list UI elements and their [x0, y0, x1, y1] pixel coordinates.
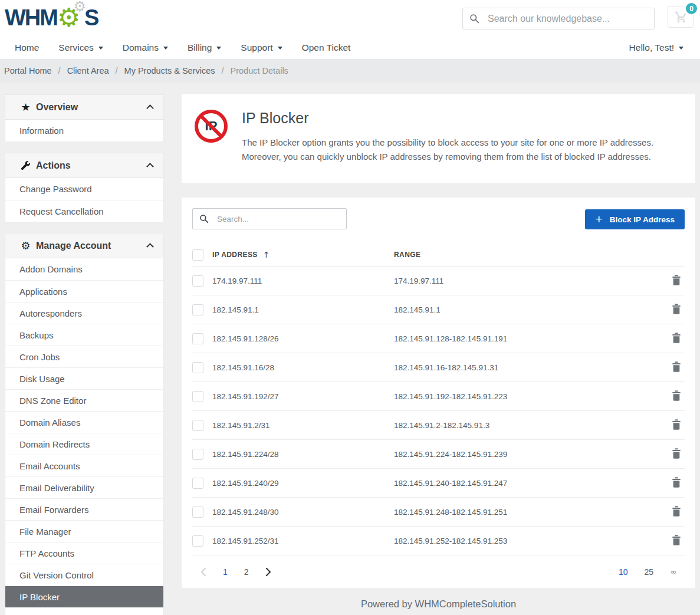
delete-button[interactable]	[672, 304, 681, 316]
sidebar-panel-title: Manage Account	[36, 241, 111, 251]
sidebar-panel-header-actions[interactable]: Actions	[5, 153, 163, 178]
knowledgebase-search-input[interactable]	[487, 13, 648, 25]
ip-address-column-header[interactable]: IP ADDRESS ↑	[212, 250, 394, 259]
select-all-checkbox[interactable]	[192, 249, 203, 261]
delete-button[interactable]	[672, 477, 681, 489]
nav-item-label: Support	[241, 42, 272, 53]
sidebar-item-file-manager[interactable]: File Manager	[5, 520, 163, 542]
delete-cell	[668, 448, 685, 461]
row-checkbox[interactable]	[192, 333, 203, 344]
table-row: 182.145.91.224/28182.145.91.224-182.145.…	[192, 439, 685, 468]
main-column: IP IP Blocker The IP Blocker option gran…	[182, 94, 695, 610]
breadcrumb-item-my-products-services[interactable]: My Products & Services	[124, 66, 215, 75]
sidebar-item-email-forwarders[interactable]: Email Forwarders	[5, 498, 163, 520]
sidebar-item-email-accounts[interactable]: Email Accounts	[5, 455, 163, 476]
nav-item-support[interactable]: Support	[241, 42, 282, 53]
row-checkbox[interactable]	[192, 535, 203, 547]
sidebar-item-backups[interactable]: Backups	[5, 324, 163, 346]
page-size-button-infinity[interactable]: ∞	[670, 567, 676, 576]
range-column-header[interactable]: RANGE	[394, 251, 668, 259]
row-checkbox[interactable]	[192, 391, 203, 402]
sidebar-item-change-password[interactable]: Change Password	[5, 178, 163, 200]
row-checkbox[interactable]	[192, 275, 203, 287]
row-checkbox[interactable]	[192, 478, 203, 489]
trash-icon	[672, 304, 681, 316]
footer: Powered by WHMCompleteSolution	[182, 588, 695, 610]
pagination: 12 1025∞	[192, 555, 685, 588]
sidebar-item-applications[interactable]: Applications	[5, 280, 163, 302]
row-checkbox-cell	[192, 449, 212, 460]
sidebar-item-information[interactable]: Information	[5, 120, 163, 142]
row-checkbox[interactable]	[192, 362, 203, 373]
chevron-up-icon	[146, 104, 154, 112]
delete-button[interactable]	[672, 390, 681, 403]
sidebar-item-domain-aliases[interactable]: Domain Aliases	[5, 411, 163, 433]
range-cell: 174.19.97.111	[394, 277, 668, 285]
select-all-cell	[192, 249, 212, 261]
sidebar-item-autoresponders[interactable]: Autoresponders	[5, 302, 163, 324]
sidebar-panel-actions: ActionsChange PasswordRequest Cancellati…	[5, 153, 164, 222]
sidebar-item-disk-usage[interactable]: Disk Usage	[5, 367, 163, 389]
powered-by-text[interactable]: Powered by WHMCompleteSolution	[361, 598, 516, 609]
sidebar-item-ftp-accounts[interactable]: FTP Accounts	[5, 542, 163, 564]
range-cell: 182.145.91.16-182.145.91.31	[394, 363, 668, 372]
sidebar-item-mailing-lists[interactable]: Mailing Lists	[5, 607, 163, 615]
next-page-button[interactable]	[265, 568, 271, 576]
sidebar-item-label: Domain Aliases	[19, 417, 80, 427]
sidebar-item-addon-domains[interactable]: Addon Domains	[5, 258, 163, 280]
delete-button[interactable]	[672, 506, 681, 518]
page-size-button-25[interactable]: 25	[645, 567, 654, 577]
page-button-2[interactable]: 2	[244, 567, 249, 577]
ip-address-cell: 182.145.91.248/30	[212, 508, 394, 517]
row-checkbox[interactable]	[192, 507, 203, 518]
product-header-text: IP Blocker The IP Blocker option grants …	[242, 106, 678, 171]
table-row: 174.19.97.111174.19.97.111	[192, 266, 685, 295]
cart-button[interactable]: 0	[668, 6, 694, 28]
sidebar-item-request-cancellation[interactable]: Request Cancellation	[5, 200, 163, 222]
row-checkbox-cell	[192, 535, 212, 547]
delete-button[interactable]	[672, 419, 681, 432]
nav-item-open-ticket[interactable]: Open Ticket	[302, 42, 351, 53]
nav-item-services[interactable]: Services	[58, 42, 103, 53]
ip-table-card: + Block IP Address IP ADDRESS ↑ RANGE	[182, 198, 695, 588]
block-ip-address-label: Block IP Address	[610, 215, 675, 224]
delete-button[interactable]	[672, 275, 681, 287]
previous-page-button[interactable]	[201, 568, 206, 576]
sidebar-panel-title: Actions	[36, 160, 71, 171]
block-ip-address-button[interactable]: + Block IP Address	[585, 209, 685, 229]
sidebar-item-ip-blocker[interactable]: IP Blocker	[5, 586, 163, 607]
nav-item-billing[interactable]: Billing	[188, 42, 221, 53]
table-search-input[interactable]	[216, 214, 340, 224]
row-checkbox[interactable]	[192, 420, 203, 431]
chevron-down-icon	[278, 47, 282, 50]
table-toolbar: + Block IP Address	[192, 208, 685, 229]
page-size-button-10[interactable]: 10	[619, 567, 628, 577]
sidebar-panel-header-overview[interactable]: ★Overview	[5, 95, 163, 120]
trash-icon	[672, 419, 681, 432]
user-menu[interactable]: Hello, Test!	[629, 42, 683, 53]
sidebar-item-git-version-control[interactable]: Git Version Control	[5, 564, 163, 586]
delete-button[interactable]	[672, 448, 681, 461]
ip-address-cell: 182.145.91.16/28	[212, 363, 394, 372]
nav-item-home[interactable]: Home	[15, 42, 39, 53]
sidebar-item-email-deliverability[interactable]: Email Deliverability	[5, 476, 163, 498]
sidebar-item-cron-jobs[interactable]: Cron Jobs	[5, 346, 163, 367]
delete-button[interactable]	[672, 535, 681, 547]
row-checkbox-cell	[192, 391, 212, 402]
row-checkbox[interactable]	[192, 449, 203, 460]
breadcrumb-item-portal-home[interactable]: Portal Home	[4, 66, 52, 75]
page-button-1[interactable]: 1	[223, 567, 228, 577]
row-checkbox[interactable]	[192, 304, 203, 315]
pagination-page-sizes: 1025∞	[619, 567, 676, 577]
sidebar-panel-manage-account: ⚙Manage AccountAddon DomainsApplications…	[5, 233, 164, 615]
whmcs-logo[interactable]: WHM ⚙ ⚙ S	[5, 2, 98, 33]
sidebar-item-domain-redirects[interactable]: Domain Redirects	[5, 433, 163, 455]
cart-count-badge: 0	[685, 2, 698, 15]
delete-button[interactable]	[672, 333, 681, 345]
chevron-down-icon	[679, 47, 683, 50]
sidebar-panel-header-manage-account[interactable]: ⚙Manage Account	[5, 233, 163, 258]
sidebar-item-dns-zone-editor[interactable]: DNS Zone Editor	[5, 389, 163, 411]
breadcrumb-item-client-area[interactable]: Client Area	[67, 66, 109, 75]
nav-item-domains[interactable]: Domains	[123, 42, 168, 53]
delete-button[interactable]	[672, 361, 681, 374]
